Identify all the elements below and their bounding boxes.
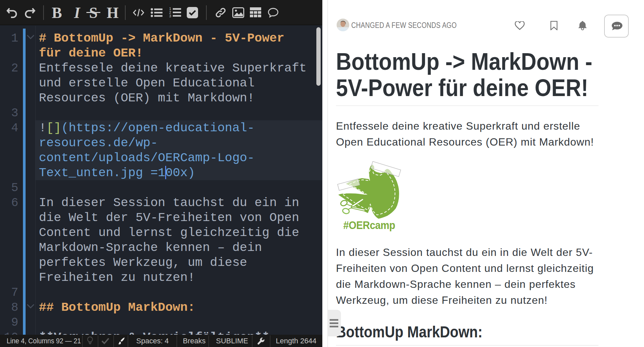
svg-text:3: 3 [169,14,171,18]
